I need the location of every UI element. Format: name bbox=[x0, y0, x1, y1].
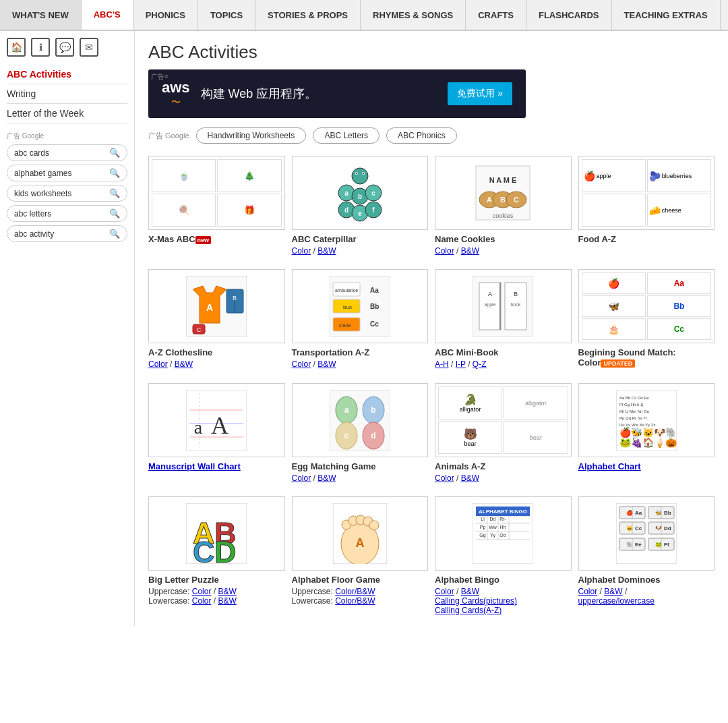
alpha-chart-title[interactable]: Alphabet Chart bbox=[578, 461, 715, 471]
caterpillar-bw-link[interactable]: B&W bbox=[317, 246, 336, 256]
top-nav: WHAT'S NEW ABC's PHONICS TOPICS STORIES … bbox=[0, 0, 728, 31]
svg-text:C: C bbox=[193, 535, 215, 564]
nav-item-crafts[interactable]: CRAFTS bbox=[466, 0, 526, 30]
chat-icon[interactable]: 💬 bbox=[55, 38, 74, 57]
caterpillar-color-link[interactable]: Color bbox=[292, 246, 311, 256]
dominoes-bw-link[interactable]: B&W bbox=[604, 587, 622, 596]
sidebar-ad-abc-activity[interactable]: abc activity 🔍 bbox=[7, 225, 127, 242]
grid-item-food-az: 🍎apple 🫐blueberries 🧀cheese Food A-Z bbox=[578, 156, 715, 256]
svg-text:bus: bus bbox=[343, 304, 352, 310]
transport-color-link[interactable]: Color bbox=[292, 359, 311, 369]
nav-item-teaching[interactable]: TEACHING EXTRAS bbox=[612, 0, 721, 30]
big-letter-upper-color-link[interactable]: Color bbox=[192, 587, 212, 596]
bingo-color-link[interactable]: Color bbox=[435, 587, 454, 596]
cookies-bw-link[interactable]: B&W bbox=[461, 246, 479, 256]
animals-bw-link[interactable]: B&W bbox=[461, 473, 479, 483]
search-icon: 🔍 bbox=[109, 229, 120, 239]
grid-item-alphabet-chart: Aa Bb Cc Dd Ee Ff Gg Hh Ii Jj Kk Ll Mm N… bbox=[578, 383, 715, 483]
sound-match-color-link[interactable]: Color bbox=[578, 357, 601, 368]
transport-links: Color / B&W bbox=[292, 359, 429, 369]
mini-book-ip-link[interactable]: I-P bbox=[456, 359, 466, 369]
big-letter-links: Uppercase: Color / B&W bbox=[148, 587, 285, 596]
big-letter-lower-color-link[interactable]: Color bbox=[192, 596, 212, 606]
svg-text:C: C bbox=[514, 196, 519, 204]
cookies-links: Color / B&W bbox=[435, 246, 572, 256]
sidebar-ad-alphabet-games[interactable]: alphabet games 🔍 bbox=[7, 165, 127, 181]
filter-abc-letters[interactable]: ABC Letters bbox=[313, 127, 380, 144]
grid-item-xmas-abc: 🍵 🎄 🍭 🎁 X-Mas ABCnew bbox=[148, 156, 285, 256]
cookies-svg: N A M E A B C cookies bbox=[473, 163, 533, 223]
nav-item-phonics[interactable]: PHONICS bbox=[133, 0, 198, 30]
nav-item-stories[interactable]: STORIES & PROPS bbox=[255, 0, 361, 30]
mini-book-ah-link[interactable]: A-H bbox=[435, 359, 449, 369]
bingo-thumb: ALPHABET BINGO Ll Dd Rr- Pp Ww Hh Gg Yy … bbox=[435, 496, 572, 571]
svg-text:A: A bbox=[488, 291, 492, 297]
bingo-svg: ALPHABET BINGO Ll Dd Rr- Pp Ww Hh Gg Yy … bbox=[473, 503, 533, 564]
svg-text:b: b bbox=[358, 193, 362, 200]
svg-text:C: C bbox=[197, 326, 202, 333]
grid-item-name-cookies: N A M E A B C cookies Name Cookies Color… bbox=[435, 156, 572, 256]
svg-text:Ll: Ll bbox=[481, 517, 485, 521]
caterpillar-links: Color / B&W bbox=[292, 246, 429, 256]
clothesline-color-link[interactable]: Color bbox=[148, 359, 168, 369]
caterpillar-thumb: a b c d e f bbox=[292, 156, 429, 230]
svg-text:Hh: Hh bbox=[500, 525, 506, 529]
info-icon[interactable]: ℹ bbox=[31, 38, 50, 57]
floor-game-lower-link[interactable]: Color/B&W bbox=[335, 596, 375, 606]
sidebar-ad-kids-worksheets[interactable]: kids worksheets 🔍 bbox=[7, 185, 127, 202]
transport-title: Transportation A-Z bbox=[292, 347, 429, 357]
egg-color-link[interactable]: Color bbox=[292, 473, 311, 483]
cookies-color-link[interactable]: Color bbox=[435, 246, 454, 256]
floor-game-upper-links: Uppercase: Color/B&W bbox=[292, 587, 429, 596]
sound-match-title: Begining Sound Match: ColorUPDATED bbox=[578, 347, 715, 368]
caterpillar-title: ABC Caterpillar bbox=[292, 234, 429, 244]
manuscript-title[interactable]: Manuscript Wall Chart bbox=[148, 461, 285, 471]
sidebar-ad-abc-letters[interactable]: abc letters 🔍 bbox=[7, 205, 127, 222]
bingo-calling-az-link[interactable]: Calling Cards(A-Z) bbox=[435, 606, 502, 615]
big-letter-upper-bw-link[interactable]: B&W bbox=[218, 587, 236, 596]
bingo-calling-pictures-link[interactable]: Calling Cards(pictures) bbox=[435, 596, 517, 606]
filter-bar: 广告 Google Handwriting Worksheets ABC Let… bbox=[148, 127, 715, 144]
nav-item-rhymes[interactable]: RHYMES & SONGS bbox=[361, 0, 466, 30]
bingo-bw-link[interactable]: B&W bbox=[461, 587, 479, 596]
animals-color-link[interactable]: Color bbox=[435, 473, 454, 483]
svg-text:🐘: 🐘 bbox=[626, 541, 633, 548]
svg-point-4 bbox=[363, 173, 364, 174]
svg-text:apple: apple bbox=[485, 302, 496, 308]
floor-game-upper-link[interactable]: Color/B&W bbox=[335, 587, 375, 596]
svg-text:cookies: cookies bbox=[493, 212, 514, 219]
ad-banner-cta[interactable]: 免费试用 » bbox=[448, 82, 512, 105]
svg-point-0 bbox=[352, 168, 368, 184]
svg-text:Bb: Bb bbox=[370, 303, 379, 310]
grid-item-big-letter: A B C D Big Letter Puzzle Uppercase: Col… bbox=[148, 496, 285, 615]
sidebar-ad-abc-cards[interactable]: abc cards 🔍 bbox=[7, 144, 127, 161]
nav-item-topics[interactable]: TOPICS bbox=[198, 0, 255, 30]
mail-icon[interactable]: ✉ bbox=[80, 38, 98, 57]
svg-text:🐸: 🐸 bbox=[655, 541, 662, 548]
egg-svg: a b c d bbox=[330, 390, 390, 451]
dominoes-ul-link[interactable]: uppercase/lowercase bbox=[578, 596, 655, 606]
nav-item-whats-new[interactable]: WHAT'S NEW bbox=[0, 0, 82, 30]
filter-abc-phonics[interactable]: ABC Phonics bbox=[386, 127, 457, 144]
filter-handwriting[interactable]: Handwriting Worksheets bbox=[196, 127, 307, 144]
dominoes-color-link[interactable]: Color bbox=[578, 587, 598, 596]
sidebar-nav-abc-activities[interactable]: ABC Activities bbox=[7, 65, 127, 84]
svg-text:ambulance: ambulance bbox=[335, 288, 358, 293]
nav-item-abcs[interactable]: ABC's bbox=[82, 0, 133, 30]
food-title: Food A-Z bbox=[578, 234, 715, 244]
big-letter-lower-bw-link[interactable]: B&W bbox=[218, 596, 236, 606]
svg-text:🐶: 🐶 bbox=[655, 525, 662, 531]
mini-book-qz-link[interactable]: Q-Z bbox=[473, 359, 487, 369]
nav-item-flashcards[interactable]: FLASHCARDS bbox=[526, 0, 612, 30]
grid-item-floor-game: A Alphabet Floor Game Uppercase: Color/B… bbox=[292, 496, 429, 615]
clothesline-bw-link[interactable]: B&W bbox=[175, 359, 193, 369]
aws-logo: aws 〜 bbox=[162, 79, 190, 109]
egg-links: Color / B&W bbox=[292, 473, 429, 483]
sidebar-nav-writing[interactable]: Writing bbox=[7, 84, 127, 104]
transport-bw-link[interactable]: B&W bbox=[317, 359, 336, 369]
egg-bw-link[interactable]: B&W bbox=[317, 473, 336, 483]
new-badge: new bbox=[195, 236, 212, 244]
sidebar-nav-letter-week[interactable]: Letter of the Week bbox=[7, 104, 127, 123]
svg-text:B: B bbox=[500, 196, 506, 204]
home-icon[interactable]: 🏠 bbox=[7, 38, 26, 57]
